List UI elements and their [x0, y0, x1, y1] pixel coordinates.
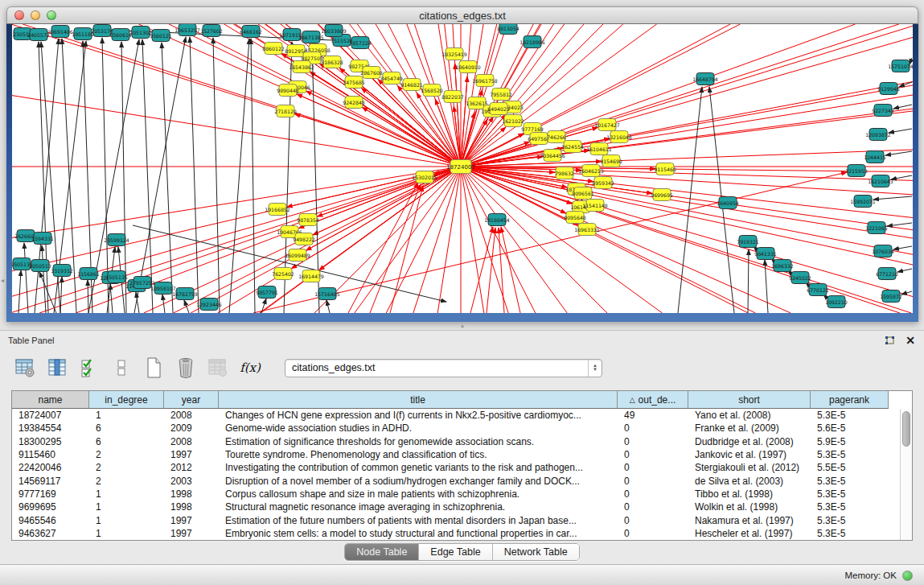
west-panel-collapse-handle[interactable]: ◂: [1, 277, 6, 285]
table-row[interactable]: 946362711997Embryonic stem cells: a mode…: [12, 527, 900, 540]
graph-node-label: 8860122: [262, 46, 285, 51]
network-canvas[interactable]: 2305142405572306914061951180205317485606…: [12, 24, 913, 313]
table-row[interactable]: 2242004622012Investigating the contribut…: [12, 461, 900, 474]
citation-edge-red[interactable]: [461, 167, 567, 313]
citation-edge-red[interactable]: [355, 167, 461, 313]
column-header-out-de-[interactable]: △out_de...: [618, 391, 688, 409]
citation-edge-red[interactable]: [487, 228, 495, 313]
citation-edge-black[interactable]: [893, 105, 912, 109]
node-table[interactable]: namein_degreeyeartitle△out_de...shortpag…: [11, 390, 913, 541]
citation-edge-black[interactable]: [326, 300, 330, 313]
table-row[interactable]: 969969511998Structural magnetic resonanc…: [12, 501, 900, 513]
graph-node-label: 2718120: [274, 109, 297, 114]
citation-edge-black[interactable]: [748, 249, 749, 313]
citation-edge-black[interactable]: [229, 39, 249, 313]
citation-edge-black[interactable]: [251, 39, 255, 313]
table-cell: Yano et al. (2008): [688, 410, 811, 421]
window-title: citations_edges.txt: [7, 10, 918, 22]
column-header-pagerank[interactable]: pagerank: [811, 391, 889, 409]
table-cell: Dudbridge et al. (2008): [688, 436, 811, 447]
table-row[interactable]: 1872400712008Changes of HCN gene express…: [12, 409, 900, 422]
graph-node-label: 10958107: [150, 286, 176, 291]
vertical-scrollbar[interactable]: [900, 409, 912, 540]
citation-edge-black[interactable]: [873, 196, 912, 200]
table-dropdown[interactable]: citations_edges.txt ▲▼: [285, 359, 602, 377]
show-columns-button[interactable]: [45, 356, 69, 380]
scrollbar-thumb[interactable]: [902, 411, 910, 447]
citation-edge-black[interactable]: [88, 280, 88, 313]
citation-edge-red[interactable]: [461, 24, 565, 167]
graph-node-label: 7857224: [349, 40, 372, 46]
citation-edge-black[interactable]: [891, 175, 912, 179]
split-grip-icon[interactable]: ▲: [458, 323, 466, 328]
citation-edge-black[interactable]: [901, 291, 912, 295]
citation-edge-black[interactable]: [24, 243, 28, 313]
table-row[interactable]: 1830029562008Estimation of significance …: [12, 435, 900, 448]
citation-edge-red[interactable]: [313, 167, 461, 235]
column-header-short[interactable]: short: [688, 391, 811, 409]
unselect-columns-button[interactable]: [109, 356, 133, 380]
table-cell: Genome-wide association studies in ADHD.: [219, 422, 618, 434]
citation-edge-black[interactable]: [887, 223, 912, 226]
table-cell: 2: [89, 476, 164, 487]
memory-status-indicator[interactable]: [902, 571, 913, 581]
split-divider[interactable]: ▲: [0, 322, 924, 330]
table-row[interactable]: 1938455462009Genome-wide association stu…: [12, 422, 900, 435]
graph-node-label: 7919321: [737, 239, 759, 245]
table-cell: 0: [618, 436, 688, 447]
select-all-columns-button[interactable]: [77, 356, 101, 380]
column-header-in-degree[interactable]: in_degree: [89, 391, 164, 409]
table-row[interactable]: 946554611997Estimation of the future num…: [12, 513, 900, 526]
graph-node-label: 13216048: [606, 134, 632, 140]
citation-edge-red[interactable]: [12, 167, 461, 237]
citation-edge-black[interactable]: [142, 39, 153, 313]
citation-edge-black[interactable]: [190, 37, 199, 313]
citation-edge-black[interactable]: [889, 129, 912, 133]
table-cell: 5.3E-5: [811, 528, 889, 539]
float-panel-icon[interactable]: [884, 335, 895, 346]
table-mode-button[interactable]: [13, 356, 37, 380]
column-header-year[interactable]: year: [164, 391, 219, 409]
table-row[interactable]: 911546021997Tourette syndrome. Phenomeno…: [12, 448, 900, 461]
tab-node-table[interactable]: Node Table: [345, 544, 419, 560]
citation-edge-red[interactable]: [12, 96, 461, 167]
table-body: 1872400712008Changes of HCN gene express…: [12, 409, 900, 540]
citation-edge-black[interactable]: [134, 37, 186, 313]
citation-edge-red[interactable]: [461, 167, 508, 313]
citation-edge-black[interactable]: [765, 260, 768, 313]
citation-edge-red[interactable]: [306, 91, 461, 167]
delete-columns-button[interactable]: [174, 356, 198, 380]
tab-network-table[interactable]: Network Table: [493, 544, 579, 560]
graph-node-label: 8560614: [109, 32, 132, 38]
table-cell: 14569117: [12, 476, 89, 487]
table-row[interactable]: 977716911998Corpus callosum shape and si…: [12, 488, 900, 501]
window-titlebar[interactable]: citations_edges.txt: [6, 6, 918, 24]
tab-edge-table[interactable]: Edge Table: [419, 544, 492, 560]
graph-node-label: 16671385: [298, 35, 324, 40]
graph-node-label: 9827505: [301, 56, 323, 61]
citation-edge-red[interactable]: [461, 117, 493, 167]
citation-graph[interactable]: 2305142405572306914061951180205317485606…: [12, 24, 913, 313]
citation-edge-red[interactable]: [499, 228, 504, 313]
citation-edge-red[interactable]: [12, 167, 461, 312]
function-builder-button[interactable]: f(x): [238, 356, 262, 380]
citation-edge-red[interactable]: [297, 94, 461, 167]
citation-edge-black[interactable]: [893, 246, 912, 249]
create-column-button[interactable]: [142, 356, 166, 380]
graph-node-label: 1505135: [105, 274, 128, 280]
graph-node-label: 9857791: [256, 290, 278, 295]
citation-edge-black[interactable]: [885, 151, 912, 155]
dropdown-stepper-icon[interactable]: ▲▼: [588, 360, 602, 377]
table-row[interactable]: 1456911722003Disruption of a novel membe…: [12, 474, 900, 487]
citation-edge-red[interactable]: [287, 167, 461, 207]
citation-edge-black[interactable]: [184, 300, 189, 313]
close-panel-icon[interactable]: ✕: [905, 335, 916, 346]
citation-edge-black[interactable]: [213, 38, 220, 313]
citation-edge-black[interactable]: [162, 43, 173, 313]
citation-edge-black[interactable]: [897, 269, 912, 272]
citation-edge-red[interactable]: [319, 167, 461, 270]
column-header-title[interactable]: title: [219, 391, 618, 409]
citation-edge-black[interactable]: [18, 270, 21, 313]
graph-node-label: 20364456: [540, 153, 565, 159]
column-header-name[interactable]: name: [12, 391, 89, 409]
